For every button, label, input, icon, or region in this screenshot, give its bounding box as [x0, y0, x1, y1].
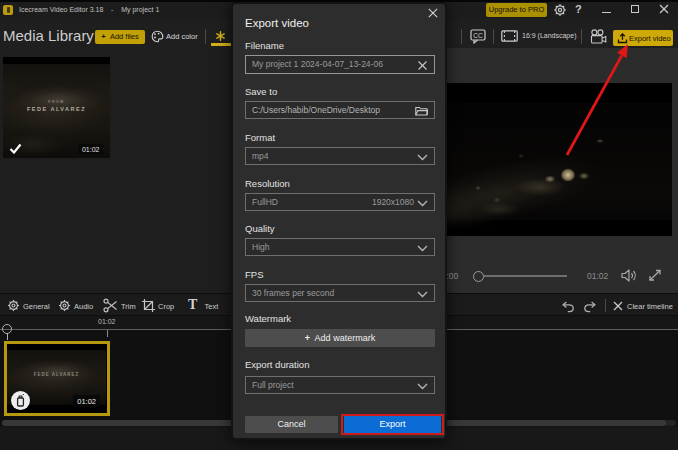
- svg-text:CC: CC: [473, 32, 483, 39]
